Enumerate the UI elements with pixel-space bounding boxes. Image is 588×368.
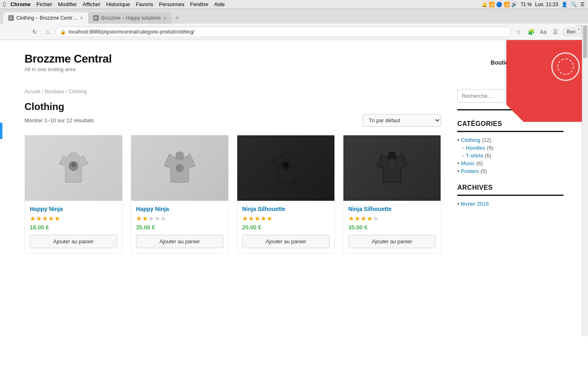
menubar-favoris[interactable]: Favoris [136, 1, 154, 7]
url-input[interactable] [69, 29, 506, 35]
menubar-afficher[interactable]: Afficher [82, 1, 100, 7]
product-card-1[interactable]: Happy Ninja ★ ★ ★ ★ ★ 18.00 € Ajouter au… [24, 135, 122, 254]
list-icon[interactable]: ☰ [580, 2, 585, 7]
add-to-cart-1[interactable]: Ajouter au panier [30, 235, 117, 248]
menu-icon[interactable]: ☰ [550, 27, 561, 37]
star-2-1: ★ [136, 215, 142, 222]
product-card-3[interactable]: Ninja Silhouette ★ ★ ★ ★ ★ 20.00 € Ajout… [237, 135, 335, 254]
hoodie-svg-4 [376, 148, 408, 188]
category-tshirts-count: (6) [485, 153, 491, 159]
search-button[interactable]: 🔍 [548, 89, 564, 103]
lock-icon: 🔒 [60, 29, 66, 35]
results-count: Montrer 1–10 sur 12 résultats [24, 117, 94, 123]
translate-icon[interactable]: Aa [538, 27, 548, 37]
reload-button[interactable]: ↻ [29, 27, 40, 37]
svg-rect-5 [390, 159, 394, 166]
categories-title: CATÉGORIES [457, 120, 564, 132]
breadcrumb-current: Clothing [69, 89, 87, 94]
archive-feb-2016-link[interactable]: février 2016 [461, 201, 489, 207]
tab-close-brozzme[interactable]: × [163, 15, 167, 21]
add-to-cart-3[interactable]: Ajouter au panier [242, 235, 330, 248]
user-profile-icon[interactable]: 👤 [561, 2, 568, 7]
tab-close-clothing[interactable]: × [80, 15, 83, 21]
nav-boutique-label: Boutique [491, 59, 516, 66]
address-bar[interactable]: 🔒 [56, 27, 511, 37]
menubar-chrome[interactable]: Chrome [11, 1, 31, 7]
star-1-4: ★ [48, 215, 54, 222]
svg-point-2 [176, 164, 184, 172]
star-icon[interactable]: ☆ [513, 27, 524, 37]
star-3-5: ★ [267, 215, 272, 222]
sort-select[interactable]: Tri par défautTri par popularitéTri par … [363, 114, 441, 127]
site-header: Brozzme Central All in one testing area … [0, 40, 588, 81]
sidebar: 🔍 CATÉGORIES Clothing (12) Hoodies (6) [457, 89, 564, 254]
chrome-window: C Clothing – Brozzme Centr… × B Brozzme … [0, 9, 588, 351]
menubar-personnes[interactable]: Personnes [159, 1, 184, 7]
archive-feb-2016[interactable]: février 2016 [457, 201, 564, 207]
add-to-cart-2[interactable]: Ajouter au panier [136, 235, 223, 248]
category-hoodies-link[interactable]: Hoodies [466, 145, 486, 151]
menubar-fichier[interactable]: Fichier [36, 1, 52, 7]
star-3-1: ★ [242, 215, 248, 222]
product-name-1[interactable]: Happy Ninja [30, 206, 117, 212]
add-to-cart-4[interactable]: Ajouter au panier [348, 235, 436, 248]
menubar-fenetre[interactable]: Fenêtre [190, 1, 208, 7]
menubar-historique[interactable]: Historique [106, 1, 130, 7]
category-posters-count: (5) [481, 168, 487, 174]
star-1-3: ★ [42, 215, 48, 222]
tshirt-svg-1 [57, 148, 90, 188]
product-image-4 [343, 135, 441, 201]
product-card-4[interactable]: Ninja Silhouette ★ ★ ★ ★ ★ 35.00 € Ajout… [343, 135, 441, 254]
category-tshirts-link[interactable]: T-shirts [466, 153, 483, 159]
product-name-2[interactable]: Happy Ninja [136, 206, 223, 212]
tab-clothing[interactable]: C Clothing – Brozzme Centr… × [3, 12, 88, 24]
star-3-4: ★ [261, 215, 266, 222]
main-layout: Accueil / Boutique / Clothing Clothing M… [0, 81, 588, 270]
chevron-down-icon: ▾ [517, 60, 519, 65]
search-macos-icon[interactable]: 🔍 [571, 2, 577, 7]
nav-boutique[interactable]: Boutique ▾ [491, 59, 519, 66]
menubar-modifier[interactable]: Modifier [58, 1, 77, 7]
site-content: Brozzme Central All in one testing area … [0, 40, 588, 351]
menubar-right: 🔔 📶 🔵 📶 🔊 71 % Lun. 11:23 👤 🔍 ☰ [481, 2, 585, 7]
category-hoodies-count: (6) [487, 145, 493, 151]
star-4-3: ★ [361, 215, 366, 222]
category-music[interactable]: Music (6) [457, 160, 564, 166]
category-tshirts[interactable]: T-shirts (6) [457, 153, 564, 159]
breadcrumb-boutique[interactable]: Boutique [45, 89, 64, 94]
category-clothing-count: (12) [482, 137, 491, 143]
star-1-2: ★ [36, 215, 42, 222]
nav-mon-compte-label: Mon Compte [529, 59, 564, 66]
scrollbar-thumb[interactable] [583, 25, 587, 58]
back-button[interactable]: ← [3, 27, 14, 37]
breadcrumb-accueil[interactable]: Accueil [24, 89, 40, 94]
category-posters[interactable]: Posters (5) [457, 168, 564, 174]
extension-icon[interactable]: 🧩 [526, 27, 536, 37]
product-name-4[interactable]: Ninja Silhouette [348, 206, 436, 212]
product-card-2[interactable]: Happy Ninja ★ ★ ★ ★ ★ 35.00 € Ajouter au… [131, 135, 229, 254]
product-image-3 [237, 135, 334, 201]
product-price-3: 20.00 € [242, 224, 330, 231]
apple-menu[interactable]:  [3, 1, 6, 8]
site-nav: Boutique ▾ Mon Compte [491, 59, 564, 66]
nav-mon-compte[interactable]: Mon Compte [529, 59, 564, 66]
menubar-aide[interactable]: Aide [214, 1, 225, 7]
products-grid: Happy Ninja ★ ★ ★ ★ ★ 18.00 € Ajouter au… [24, 135, 441, 254]
category-title: Clothing [24, 101, 441, 112]
addressbar: ← → ↻ ⌂ 🔒 ☆ 🧩 Aa ☰ Benoît [0, 24, 588, 40]
expand-button[interactable]: » [576, 25, 582, 34]
forward-button[interactable]: → [16, 27, 27, 37]
category-clothing-link[interactable]: Clothing [461, 137, 481, 143]
category-posters-link[interactable]: Posters [461, 168, 479, 174]
category-music-link[interactable]: Music [461, 160, 475, 166]
status-icons: 🔔 📶 🔵 📶 🔊 [481, 2, 517, 7]
tab-brozzme[interactable]: B Brozzme – Happy solutions × [88, 12, 172, 24]
search-input[interactable] [457, 89, 548, 103]
star-1-1: ★ [30, 215, 36, 222]
category-hoodies[interactable]: Hoodies (6) [457, 145, 564, 151]
category-clothing[interactable]: Clothing (12) [457, 137, 564, 143]
product-name-3[interactable]: Ninja Silhouette [242, 206, 330, 212]
home-button[interactable]: ⌂ [42, 27, 53, 37]
new-tab-button[interactable]: + [172, 12, 183, 24]
scrollbar[interactable] [582, 25, 588, 336]
